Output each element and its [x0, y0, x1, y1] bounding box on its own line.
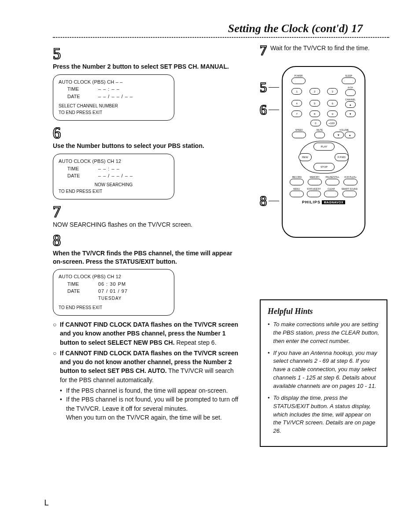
hint-1: To make corrections while you are settin…: [273, 321, 379, 346]
num-100-button: +100: [326, 120, 337, 126]
mute-label: MUTE: [317, 129, 323, 131]
vcrplus-button: [343, 179, 357, 185]
callout-line-icon: [269, 87, 279, 88]
notes-list: ○ If CANNOT FIND CLOCK DATA flashes on t…: [53, 320, 242, 422]
osd-screen-1: AUTO CLOCK (PBS) CH – – TIME– – : – – DA…: [53, 74, 174, 121]
osd-1-time-label: TIME: [59, 85, 98, 93]
circle-bullet-icon: ○: [53, 349, 60, 384]
ch-dn-button: ▼: [345, 111, 356, 117]
callout-6: 6: [260, 102, 267, 118]
osd-3-line2: TO END PRESS EXIT: [59, 304, 169, 311]
osd-2-title: AUTO CLOCK (PBS) CH 12: [59, 158, 169, 165]
step-7-right: 7 Wait for the TV/VCR to find the time.: [260, 43, 387, 57]
osd-2-line1: NOW SEARCHING: [59, 181, 169, 188]
num-0-button: 0: [310, 120, 321, 126]
callout-line-icon: [269, 201, 279, 201]
num-3-button: 3: [327, 88, 338, 95]
brand-magnavox: MAGNAVOX: [322, 200, 345, 204]
step-5-number: 5: [53, 46, 242, 62]
smart-label: SMART SOUND: [342, 188, 358, 190]
power-button: [291, 77, 306, 84]
smart-sound-button: [343, 191, 357, 197]
num-6-button: 6: [327, 100, 338, 107]
num-2-button: 2: [309, 88, 320, 95]
osd-1-line2: TO END PRESS EXIT: [59, 109, 169, 116]
atch-button: [345, 89, 356, 96]
circle-bullet-icon: ○: [53, 320, 60, 347]
num-8-button: 8: [309, 111, 320, 117]
page-title: Setting the Clock (cont'd) 17: [53, 22, 389, 35]
osd-1-line1: SELECT CHANNEL NUMBER: [59, 103, 169, 109]
osd-3-title: AUTO CLOCK (PBS) CH 12: [59, 273, 169, 280]
num-7-button: 7: [291, 111, 302, 117]
num-1-button: 1: [291, 88, 302, 95]
step-5-text: Press the Number 2 button to select SET …: [53, 63, 242, 71]
subnote-2: If the PBS channel is not found, you wil…: [66, 395, 242, 413]
num-4-button: 4: [291, 100, 302, 107]
remote-diagram: 5 6 8 POWER SLEEP 1 2 3 A/CH: [260, 66, 387, 238]
manual-page: Setting the Clock (cont'd) 17 5 Press th…: [0, 0, 420, 516]
callout-5: 5: [260, 79, 267, 96]
step-6-text: Use the Number buttons to select your PB…: [53, 142, 242, 150]
rew-button: REW: [298, 153, 312, 161]
remote-illustration: POWER SLEEP 1 2 3 A/CH 4 5 6 CHANNE: [282, 66, 365, 238]
osd-3-day: TUESDAY: [98, 295, 122, 302]
step-7r-number: 7: [260, 43, 267, 57]
mute-button: [314, 132, 325, 138]
memory-label: MEMORY: [310, 176, 320, 178]
divider: [53, 37, 389, 38]
sleep-label: SLEEP: [345, 75, 352, 77]
note-1-tail: Repeat step 6.: [175, 339, 217, 346]
ffwd-button: F.FWD: [335, 153, 349, 161]
osd-2-line2: TO END PRESS EXIT: [59, 188, 169, 195]
num-5-button: 5: [309, 100, 320, 107]
subnote-3: When you turn on the TV/VCR again, the t…: [66, 413, 222, 422]
record-button: [290, 179, 304, 185]
osd-3-date-label: DATE: [59, 287, 98, 295]
pause-button: [325, 179, 339, 185]
speed-button: [292, 132, 306, 138]
osd-2-date-label: DATE: [59, 172, 98, 180]
dot-bullet-icon: •: [268, 321, 270, 346]
subnote-1: If the PBS channel is found, the time wi…: [66, 386, 228, 395]
dot-bullet-icon: •: [60, 395, 66, 413]
hints-title: Helpful Hints: [268, 306, 379, 317]
osd-3-time-label: TIME: [59, 280, 98, 288]
right-column: 7 Wait for the TV/VCR to find the time. …: [260, 43, 387, 447]
sleep-button: [342, 77, 356, 84]
menu-button: [290, 191, 304, 197]
volume-label: VOLUME: [339, 129, 349, 131]
osd-3-time-value: 06 : 30 PM: [98, 280, 126, 288]
osd-3-date-value: 07 / 01 / 97: [98, 287, 128, 295]
dot-bullet-icon: •: [268, 349, 270, 391]
step-7r-text: Wait for the TV/VCR to find the time.: [270, 43, 370, 53]
corner-mark: L: [44, 498, 49, 507]
menu-label: MENU: [293, 188, 300, 190]
hint-2: If you have an Antenna hookup, you may s…: [273, 349, 379, 391]
memory-button: [308, 179, 322, 185]
dot-bullet-icon: •: [60, 386, 66, 395]
osd-2-time-label: TIME: [59, 165, 98, 173]
play-button: PLAY: [313, 143, 335, 151]
dot-bullet-icon: •: [268, 394, 270, 435]
status-label: STATUS/EXIT: [307, 188, 321, 190]
helpful-hints-box: Helpful Hints •To make corrections while…: [260, 299, 387, 447]
step-7-number: 7: [53, 204, 242, 220]
clear-button: [324, 191, 338, 197]
callout-line-icon: [269, 110, 279, 110]
step-8-text: When the TV/VCR finds the PBS channel, t…: [53, 249, 242, 266]
osd-1-title: AUTO CLOCK (PBS) CH – –: [59, 78, 169, 86]
osd-screen-2: AUTO CLOCK (PBS) CH 12 TIME– – : – – DAT…: [53, 154, 174, 199]
step-7-text: NOW SEARCHING flashes on the TV/VCR scre…: [53, 221, 242, 229]
speed-label: SPEED: [295, 129, 303, 131]
power-label: POWER: [295, 75, 303, 77]
stop-button: STOP: [313, 163, 335, 171]
vol-dn-button: ▼: [333, 132, 344, 138]
osd-1-time-value: – – : – –: [98, 85, 120, 93]
ch-up-button: ▲: [345, 101, 356, 108]
step-6-number: 6: [53, 125, 242, 141]
nav-pad: PLAY STOP REW F.FWD: [299, 141, 348, 173]
remote-brand: PHILIPS MAGNAVOX: [288, 200, 359, 204]
osd-1-date-label: DATE: [59, 93, 98, 100]
osd-1-date-value: – – / – – / – –: [98, 93, 133, 100]
